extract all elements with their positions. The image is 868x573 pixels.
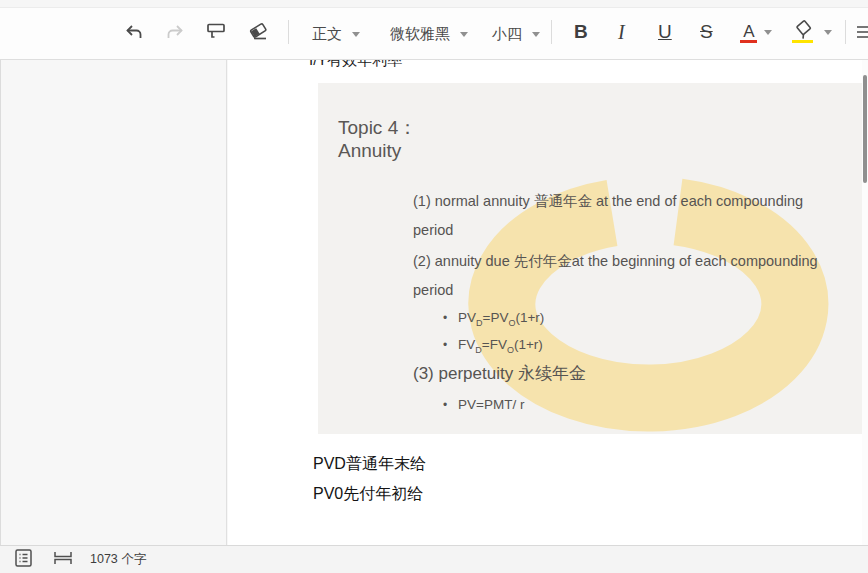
highlight-button[interactable] — [791, 18, 817, 46]
strikethrough-button[interactable]: S — [700, 18, 713, 46]
slide-text-line: period — [413, 221, 453, 240]
word-count: 1073 个字 — [90, 551, 146, 568]
formula-perpetuity: •PV=PMT/ r — [443, 396, 524, 414]
redo-icon — [164, 21, 186, 46]
align-lines-icon — [856, 26, 868, 40]
toolbar-separator — [845, 20, 846, 44]
bullet-icon: • — [443, 396, 458, 414]
paragraph-style-value: 正文 — [312, 25, 342, 44]
vertical-scrollbar[interactable] — [862, 60, 868, 545]
eraser-icon — [246, 20, 270, 47]
font-color-button[interactable]: A — [739, 18, 759, 46]
outline-view-button[interactable] — [12, 549, 34, 571]
bullet-icon: • — [443, 336, 458, 354]
alignment-button[interactable] — [856, 24, 868, 40]
slide-text-line: period — [413, 281, 453, 300]
slide-title-line1: Topic 4： — [338, 116, 417, 139]
document-page[interactable]: I/Y有效年利率 Topic 4： Annuity (1) normal ann… — [228, 60, 868, 545]
chevron-down-icon[interactable] — [764, 30, 772, 35]
slide-image[interactable]: Topic 4： Annuity (1) normal annuity 普通年金… — [318, 83, 864, 434]
paragraph-style-dropdown[interactable]: 正文 — [312, 22, 360, 46]
toolbar-separator — [551, 20, 552, 44]
font-family-dropdown[interactable]: 微软雅黑 — [390, 22, 468, 46]
toolbar: 正文 微软雅黑 小四 B I U S A — [0, 0, 868, 60]
chevron-down-icon — [460, 32, 468, 37]
page-break-icon — [53, 549, 73, 570]
bold-button[interactable]: B — [574, 18, 588, 46]
slide-title-line2: Annuity — [338, 139, 401, 162]
undo-button[interactable] — [121, 20, 147, 46]
eraser-button[interactable] — [245, 20, 271, 46]
chevron-down-icon — [532, 32, 540, 37]
page-break-view-button[interactable] — [52, 549, 74, 571]
undo-icon — [123, 21, 145, 46]
font-color-swatch — [740, 40, 757, 43]
toolbar-separator — [288, 20, 289, 44]
underline-button[interactable]: U — [658, 18, 672, 46]
highlighter-icon — [792, 31, 816, 46]
slide-text-line: (2) annuity due 先付年金at the beginning of … — [413, 252, 818, 271]
font-color-letter: A — [739, 22, 759, 42]
italic-button[interactable]: I — [618, 18, 625, 46]
format-painter-button[interactable] — [203, 20, 229, 46]
status-bar: 1073 个字 — [0, 545, 868, 573]
note-line: PV0先付年初给 — [313, 484, 423, 504]
font-size-dropdown[interactable]: 小四 — [492, 22, 540, 46]
format-painter-icon — [204, 20, 228, 47]
font-size-value: 小四 — [492, 25, 522, 44]
slide-text-line: (3) perpetuity 永续年金 — [413, 364, 586, 383]
word-processor-app: 正文 微软雅黑 小四 B I U S A — [0, 0, 868, 573]
note-line: PVD普通年末给 — [313, 454, 426, 474]
chevron-down-icon[interactable] — [824, 30, 832, 35]
font-family-value: 微软雅黑 — [390, 25, 450, 44]
workspace: I/Y有效年利率 Topic 4： Annuity (1) normal ann… — [0, 60, 868, 545]
slide-text-line: (1) normal annuity 普通年金 at the end of ea… — [413, 192, 803, 211]
chevron-down-icon — [352, 32, 360, 37]
formula-pv-due: •PVD=PVO(1+r) — [443, 309, 544, 332]
highlight-color-swatch — [792, 40, 813, 43]
bullet-icon: • — [443, 309, 458, 327]
scrollbar-thumb[interactable] — [863, 75, 867, 183]
outline-list-icon — [14, 548, 33, 571]
redo-button[interactable] — [162, 20, 188, 46]
formula-fv-due: •FVD=FVO(1+r) — [443, 336, 543, 359]
window-top-strip — [0, 0, 868, 8]
left-panel — [0, 60, 227, 545]
